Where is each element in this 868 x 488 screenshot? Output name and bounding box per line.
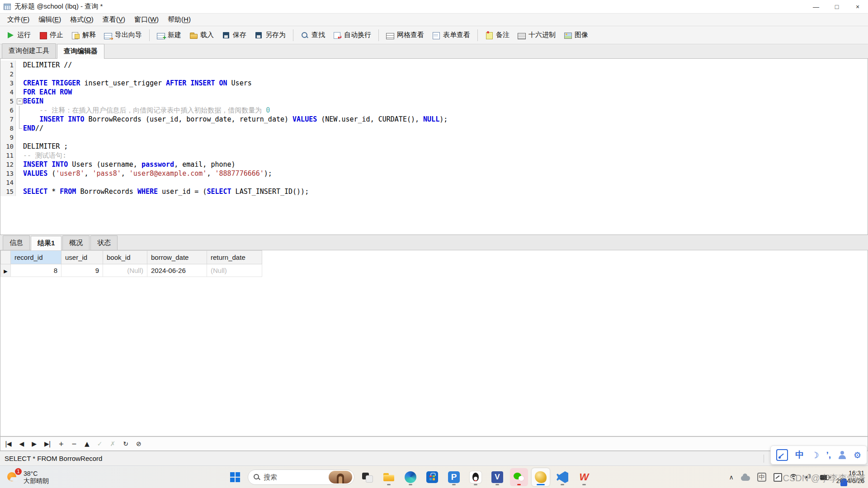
column-header-book_id[interactable]: book_id	[103, 251, 147, 264]
table-row[interactable]: ▶89(Null)2024-06-26(Null)	[1, 264, 262, 277]
minimize-button[interactable]: —	[806, 0, 826, 14]
column-header-return_date[interactable]: return_date	[207, 251, 262, 264]
load-button[interactable]: 载入	[186, 29, 217, 41]
menu-item-帮助(H)[interactable]: 帮助(H)	[163, 14, 195, 26]
store-taskbar-button[interactable]	[423, 468, 441, 486]
menu-item-文件(F)[interactable]: 文件(F)	[3, 14, 34, 26]
column-header-borrow_date[interactable]: borrow_date	[147, 251, 207, 264]
cell-user_id[interactable]: 9	[61, 264, 103, 277]
taskbar-search[interactable]: 搜索	[248, 469, 354, 485]
explain-button[interactable]: 解释	[68, 29, 99, 41]
hex-button[interactable]: 十六进制	[514, 29, 559, 41]
code-line[interactable]: 9	[0, 133, 868, 142]
edge-taskbar-button[interactable]	[401, 468, 420, 486]
visio-taskbar-button[interactable]: V	[488, 468, 506, 486]
memo-button[interactable]: 备注	[481, 29, 513, 41]
cell-return_date[interactable]: (Null)	[207, 264, 262, 277]
p-app-taskbar-button[interactable]: P	[445, 468, 463, 486]
qq-taskbar-button[interactable]	[467, 468, 485, 486]
code-line[interactable]: 14	[0, 178, 868, 187]
code-line[interactable]: 7 INSERT INTO BorrowRecords (user_id, bo…	[0, 115, 868, 124]
tab-query-builder[interactable]: 查询创建工具	[2, 43, 56, 58]
memo-icon	[485, 31, 493, 39]
wps-taskbar-button[interactable]: W	[575, 468, 593, 486]
last-record-button[interactable]: ▶|	[44, 440, 50, 447]
code-line[interactable]: 8END//	[0, 124, 868, 133]
code-line[interactable]: 6 -- 注释：在插入用户信息后，向借阅记录表中插入初始数据，借阅数量为 0	[0, 106, 868, 115]
menu-item-窗口(W)[interactable]: 窗口(W)	[130, 14, 163, 26]
result-tab-状态[interactable]: 状态	[90, 235, 118, 250]
file-explorer-taskbar-button[interactable]	[380, 468, 398, 486]
ime-chinese-icon[interactable]: 中	[795, 449, 804, 461]
tab-query-editor[interactable]: 查询编辑器	[57, 44, 104, 59]
menu-item-编辑(E)[interactable]: 编辑(E)	[34, 14, 66, 26]
result-tab-概况[interactable]: 概况	[62, 235, 90, 250]
delete-record-button[interactable]: −	[71, 440, 76, 447]
code-line[interactable]: 11-- 测试语句:	[0, 151, 868, 160]
navicat-taskbar-button[interactable]	[532, 468, 550, 486]
code-text: SELECT * FROM BorrowRecords WHERE user_i…	[23, 187, 309, 196]
result-tab-结果1[interactable]: 结果1	[31, 236, 61, 250]
vscode-taskbar-button[interactable]	[553, 468, 571, 486]
tray-ime-indicator[interactable]: 中	[757, 473, 766, 482]
column-header-user_id[interactable]: user_id	[61, 251, 103, 264]
result-tab-信息[interactable]: 信息	[3, 235, 30, 250]
first-record-button[interactable]: |◀	[5, 440, 11, 447]
save-as-button[interactable]: 另存为	[251, 29, 289, 41]
add-record-button[interactable]: +	[59, 440, 64, 447]
search-highlight-image[interactable]	[329, 471, 352, 483]
moon-icon[interactable]: ☽	[811, 450, 819, 460]
menu-item-格式(O)[interactable]: 格式(O)	[66, 14, 98, 26]
code-line[interactable]: 2	[0, 70, 868, 79]
form-view-button[interactable]: 表单查看	[429, 29, 474, 41]
code-line[interactable]: 13VALUES ('user8', 'pass8', 'user8@examp…	[0, 169, 868, 178]
new-button[interactable]: 新建	[153, 29, 185, 41]
user-icon[interactable]	[838, 451, 846, 459]
code-line[interactable]: 3CREATE TRIGGER insert_user_trigger AFTE…	[0, 79, 868, 88]
cell-record_id[interactable]: 8	[11, 264, 61, 277]
menu-item-查看(V)[interactable]: 查看(V)	[98, 14, 130, 26]
running-indicator	[561, 484, 564, 485]
code-line[interactable]: 15SELECT * FROM BorrowRecords WHERE user…	[0, 187, 868, 196]
code-line[interactable]: 10DELIMITER ;	[0, 142, 868, 151]
apply-changes-button[interactable]: ✓	[97, 440, 102, 447]
task-view-taskbar-button[interactable]	[358, 468, 376, 486]
column-header-record_id[interactable]: record_id	[11, 251, 61, 264]
stop-button[interactable]: 停止	[35, 29, 67, 41]
export-wizard-button[interactable]: 导出向导	[100, 29, 146, 41]
code-line[interactable]: 12INSERT INTO Users (username, password,…	[0, 160, 868, 169]
word-wrap-button[interactable]: 自动换行	[330, 29, 375, 41]
fold-marker[interactable]	[16, 97, 23, 106]
edit-record-button[interactable]: ▲	[85, 440, 89, 447]
task-view-icon	[361, 471, 373, 483]
tray-chevron-up-icon[interactable]: ∧	[729, 474, 733, 481]
code-line[interactable]: 1DELIMITER //	[0, 61, 868, 70]
tray-gauge-icon[interactable]	[774, 473, 782, 482]
punctuation-icon[interactable]: ’,	[826, 450, 831, 460]
find-button[interactable]: 查找	[297, 29, 329, 41]
maximize-button[interactable]: □	[826, 0, 847, 14]
refresh-button[interactable]: ↻	[123, 440, 128, 447]
cell-borrow_date[interactable]: 2024-06-26	[147, 264, 207, 277]
cell-book_id[interactable]: (Null)	[103, 264, 147, 277]
weather-widget[interactable]: 1 38°C大部晴朗	[0, 470, 49, 484]
stop-loading-button[interactable]: ⊘	[136, 440, 141, 447]
previous-record-button[interactable]: ◀	[19, 440, 24, 447]
wechat-taskbar-button[interactable]	[510, 468, 528, 486]
image-button[interactable]: 图像	[560, 29, 592, 41]
close-button[interactable]: ×	[847, 0, 868, 14]
sql-editor[interactable]: 1DELIMITER //23CREATE TRIGGER insert_use…	[0, 59, 868, 235]
grid-view-button[interactable]: 网格查看	[382, 29, 428, 41]
code-line[interactable]: 4FOR EACH ROW	[0, 88, 868, 97]
next-record-button[interactable]: ▶	[32, 440, 36, 447]
fold-gutter	[16, 160, 23, 169]
code-line[interactable]: 5BEGIN	[0, 97, 868, 106]
start-button[interactable]	[226, 468, 244, 486]
onedrive-cloud-icon[interactable]	[741, 476, 750, 481]
gear-icon[interactable]: ⚙	[854, 450, 861, 460]
ime-gauge-icon[interactable]	[776, 449, 788, 461]
run-button[interactable]: 运行	[3, 29, 34, 41]
save-button[interactable]: 保存	[218, 29, 250, 41]
discard-changes-button[interactable]: ✗	[110, 440, 115, 447]
qq-icon	[470, 471, 481, 483]
